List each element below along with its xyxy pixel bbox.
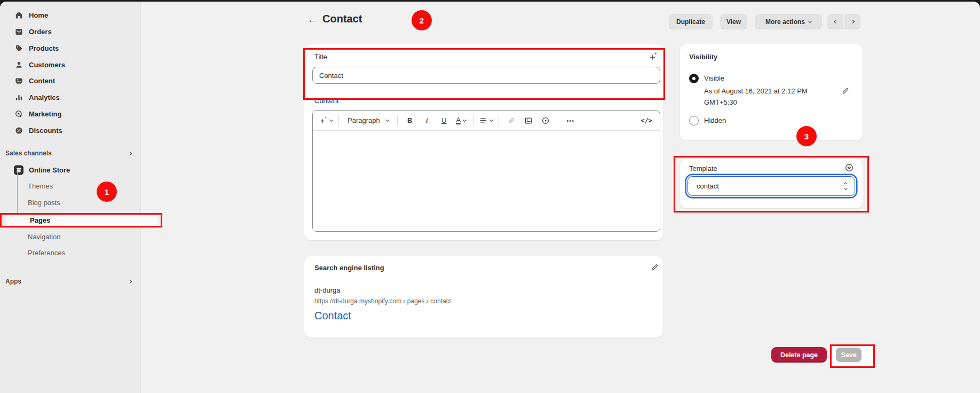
sidebar-item-label: Blog posts (28, 199, 60, 207)
sidebar-item-label: Preferences (28, 249, 65, 257)
underline-button[interactable]: U (437, 114, 451, 128)
editor-toolbar: Paragraph B I U A ••• </> (313, 111, 660, 131)
chevron-right-icon (128, 279, 132, 283)
sidebar-item-pages[interactable]: Pages (6, 213, 157, 227)
sidebar-item-preferences[interactable]: Preferences (4, 246, 137, 260)
edit-seo-pencil-icon[interactable] (650, 263, 659, 272)
hidden-radio[interactable] (689, 116, 699, 125)
title-field-label: Title (314, 53, 327, 61)
duplicate-label: Duplicate (676, 18, 705, 26)
content-icon (14, 76, 23, 85)
toolbar-divider (473, 115, 474, 126)
chevron-right-icon (128, 151, 132, 155)
sidebar-item-label: Analytics (29, 93, 60, 101)
sidebar-item-products[interactable]: Products (4, 41, 137, 56)
sales-channels-label: Sales channels (5, 150, 52, 157)
customers-icon (14, 60, 23, 69)
text-color-label: A (456, 116, 461, 124)
text-color-button[interactable]: A (454, 114, 468, 128)
sidebar-item-label: Orders (29, 28, 52, 36)
paragraph-label: Paragraph (347, 116, 380, 124)
chevron-down-icon (808, 19, 812, 22)
magic-sparkle-icon[interactable] (647, 52, 659, 61)
edit-visibility-pencil-icon[interactable] (841, 87, 850, 95)
chevron-left-icon (833, 20, 837, 23)
more-actions-button[interactable]: More actions (755, 14, 822, 29)
annotation-step-2: 2 (412, 10, 432, 30)
seo-url-breadcrumb: https://dt-durga.myshopify.com › pages ›… (314, 297, 451, 305)
select-updown-icon (844, 183, 847, 190)
toolbar-divider (397, 115, 398, 126)
sales-channels-header[interactable]: Sales channels (4, 147, 137, 159)
apps-header[interactable]: Apps (4, 276, 137, 287)
sidebar-item-discounts[interactable]: Discounts (4, 123, 137, 138)
sidebar-item-label: Products (29, 44, 59, 52)
italic-button[interactable]: I (420, 114, 434, 128)
seo-result-title: Contact (314, 310, 351, 322)
sidebar-item-label: Discounts (29, 127, 62, 135)
previous-page-button[interactable] (827, 14, 843, 29)
template-selected-value: contact (697, 182, 719, 190)
more-options-button[interactable]: ••• (564, 114, 578, 128)
annotation-step-3: 3 (796, 126, 817, 146)
sidebar-item-orders[interactable]: Orders (4, 24, 137, 39)
back-arrow-icon[interactable]: ← (307, 14, 318, 26)
insert-video-icon[interactable] (539, 114, 552, 128)
chevron-right-icon (850, 20, 854, 23)
seo-site-name: dt-durga (314, 286, 340, 294)
toolbar-divider (499, 115, 499, 126)
hidden-label: Hidden (704, 116, 726, 124)
sidebar-item-home[interactable]: Home (4, 7, 137, 22)
home-icon (14, 10, 23, 20)
apps-label: Apps (5, 278, 21, 285)
title-input[interactable] (312, 67, 660, 84)
content-field-label: Content (314, 97, 339, 105)
discounts-icon (14, 125, 23, 135)
toolbar-divider (338, 115, 339, 126)
visible-radio[interactable] (689, 74, 699, 83)
sidebar-item-marketing[interactable]: Marketing (4, 106, 137, 121)
save-button[interactable]: Save (836, 348, 862, 362)
alignment-button[interactable] (479, 114, 493, 128)
visible-since-line1: As of August 16, 2021 at 2:12 PM (704, 87, 808, 95)
chevron-down-icon (329, 118, 333, 122)
chevron-down-icon (385, 118, 389, 122)
sidebar-item-navigation[interactable]: Navigation (4, 230, 137, 244)
insert-image-icon[interactable] (521, 114, 535, 128)
sidebar-item-content[interactable]: Content (4, 73, 137, 88)
editor-content-area[interactable] (313, 131, 660, 232)
next-page-button[interactable] (844, 14, 860, 29)
duplicate-button[interactable]: Duplicate (669, 14, 713, 29)
visible-label: Visible (704, 74, 724, 82)
sidebar: Home Orders Products Customers Content A… (0, 2, 141, 393)
sidebar-item-customers[interactable]: Customers (4, 57, 137, 72)
marketing-icon (14, 109, 23, 119)
visibility-heading: Visibility (689, 53, 717, 61)
preview-eye-icon[interactable] (844, 163, 854, 172)
delete-page-button[interactable]: Delete page (771, 347, 827, 363)
sidebar-item-label: Content (29, 77, 55, 85)
sidebar-item-online-store[interactable]: Online Store (4, 162, 137, 177)
insert-link-icon[interactable] (504, 114, 518, 128)
paragraph-style-dropdown[interactable]: Paragraph (344, 114, 392, 128)
more-actions-label: More actions (765, 18, 805, 26)
visible-since-line2: GMT+5:30 (704, 98, 737, 106)
sidebar-item-label: Navigation (28, 233, 60, 241)
toolbar-divider (558, 115, 558, 126)
sidebar-item-blog-posts[interactable]: Blog posts (4, 195, 137, 210)
code-view-button[interactable]: </> (639, 114, 653, 128)
rich-text-editor: Paragraph B I U A ••• </> (312, 110, 660, 232)
sidebar-item-analytics[interactable]: Analytics (4, 90, 137, 105)
view-button[interactable]: View (720, 14, 747, 29)
chevron-down-icon (489, 118, 493, 122)
sidebar-item-label: Themes (28, 182, 53, 190)
orders-icon (14, 27, 23, 36)
analytics-icon (14, 92, 23, 102)
ai-assist-button[interactable] (319, 114, 333, 128)
template-select[interactable]: contact (687, 176, 855, 196)
sidebar-item-label: Customers (29, 61, 65, 69)
products-icon (14, 43, 23, 53)
template-heading: Template (689, 164, 717, 172)
bold-button[interactable]: B (403, 114, 417, 128)
sidebar-item-label: Pages (30, 216, 50, 224)
